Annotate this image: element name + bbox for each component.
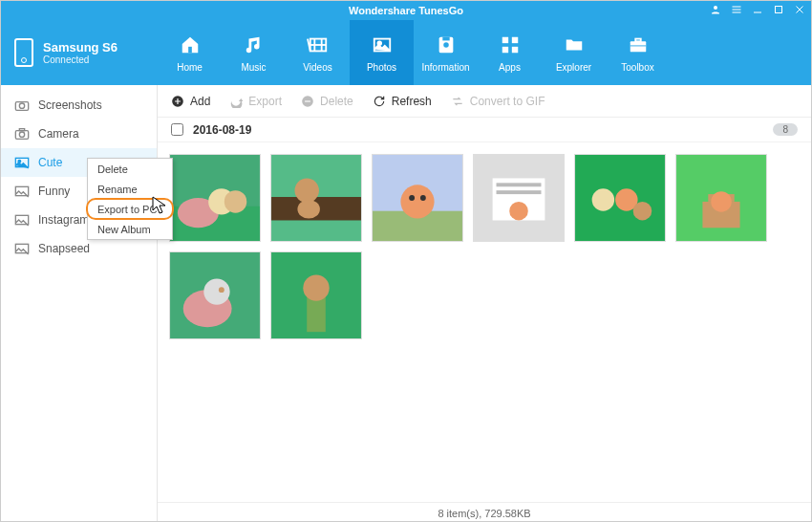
explorer-icon <box>562 33 587 56</box>
svg-rect-55 <box>497 183 542 186</box>
ctx-label: Delete <box>97 163 128 175</box>
svg-rect-56 <box>497 190 542 194</box>
select-all-checkbox[interactable] <box>171 123 183 136</box>
plus-icon <box>171 95 184 108</box>
header: Samsung S6 Connected Home Music Videos P… <box>1 20 811 85</box>
videos-icon <box>306 33 331 56</box>
device-name: Samsung S6 <box>43 40 118 54</box>
statusbar: 8 item(s), 729.58KB <box>158 502 811 522</box>
ctx-label: Export to PC <box>97 204 157 215</box>
toolbar-label: Refresh <box>392 95 432 108</box>
image-icon <box>14 156 30 169</box>
svg-point-57 <box>509 202 528 221</box>
toolbar-label: Convert to GIF <box>470 95 545 108</box>
tab-toolbox[interactable]: Toolbox <box>606 20 670 85</box>
sidebar-item-label: Funny <box>38 185 70 198</box>
svg-point-29 <box>19 132 24 137</box>
svg-rect-4 <box>754 11 761 12</box>
tab-explorer[interactable]: Explorer <box>542 20 606 85</box>
tab-label: Photos <box>367 62 396 73</box>
svg-point-73 <box>303 274 329 300</box>
phone-icon <box>14 38 33 67</box>
tab-information[interactable]: Information <box>414 20 478 85</box>
delete-icon <box>301 95 314 108</box>
photo-thumb[interactable] <box>675 154 767 242</box>
apps-icon <box>498 33 523 56</box>
body: Screenshots Camera Cute Funny Instagram … <box>1 85 811 522</box>
tab-apps[interactable]: Apps <box>478 20 542 85</box>
svg-point-0 <box>714 6 717 10</box>
svg-rect-1 <box>733 6 741 7</box>
device-text: Samsung S6 Connected <box>43 40 118 65</box>
photo-thumb[interactable] <box>270 251 362 339</box>
group-header: 2016-08-19 8 <box>158 118 811 142</box>
sidebar-item-label: Snapseed <box>38 242 90 255</box>
tab-label: Toolbox <box>621 62 653 73</box>
ctx-delete[interactable]: Delete <box>88 159 172 179</box>
user-icon[interactable] <box>710 4 721 18</box>
toolbox-icon <box>626 33 651 56</box>
svg-point-52 <box>420 195 426 201</box>
close-button[interactable] <box>794 4 805 18</box>
device-panel[interactable]: Samsung S6 Connected <box>1 20 158 85</box>
photo-thumb[interactable] <box>270 154 362 242</box>
export-button[interactable]: Export <box>229 95 282 108</box>
refresh-icon <box>373 95 386 108</box>
device-status: Connected <box>43 54 118 65</box>
refresh-button[interactable]: Refresh <box>373 95 432 108</box>
image-icon <box>14 242 30 255</box>
camera-icon <box>14 98 30 112</box>
add-button[interactable]: Add <box>171 95 210 108</box>
photo-thumb[interactable] <box>169 154 261 242</box>
svg-rect-38 <box>305 100 310 101</box>
svg-point-18 <box>443 42 449 48</box>
svg-point-61 <box>633 202 652 221</box>
svg-rect-23 <box>630 41 646 52</box>
tab-music[interactable]: Music <box>222 20 286 85</box>
photo-thumb[interactable] <box>372 154 463 242</box>
window-controls <box>710 1 805 20</box>
sidebar-item-label: Cute <box>38 156 62 169</box>
photo-thumb[interactable] <box>473 154 565 242</box>
svg-rect-5 <box>776 6 782 12</box>
tab-videos[interactable]: Videos <box>286 20 350 85</box>
sidebar-item-screenshots[interactable]: Screenshots <box>1 91 157 120</box>
svg-point-66 <box>711 191 732 212</box>
toolbar-label: Export <box>248 95 282 108</box>
group-title: 2016-08-19 <box>193 123 251 137</box>
sidebar-item-label: Screenshots <box>38 98 102 112</box>
convert-button[interactable]: Convert to GIF <box>451 95 545 108</box>
svg-rect-3 <box>733 11 741 12</box>
svg-point-50 <box>400 185 434 218</box>
sidebar-item-camera[interactable]: Camera <box>1 120 157 148</box>
photo-thumb[interactable] <box>169 251 261 339</box>
toolbar: Add Export Delete Refresh Convert to GIF <box>158 85 811 118</box>
camera-icon <box>14 127 30 141</box>
music-icon <box>242 33 267 56</box>
svg-rect-2 <box>733 9 741 10</box>
sidebar-item-label: Camera <box>38 127 79 141</box>
image-icon <box>14 185 30 198</box>
cursor-icon <box>152 196 167 219</box>
status-text: 8 item(s), 729.58KB <box>438 508 530 519</box>
tab-home[interactable]: Home <box>158 20 222 85</box>
photos-icon <box>370 33 395 56</box>
maximize-button[interactable] <box>773 4 784 18</box>
toolbar-label: Delete <box>320 95 353 108</box>
svg-point-47 <box>297 200 319 219</box>
group-count: 8 <box>773 123 798 136</box>
svg-rect-22 <box>511 46 517 52</box>
ctx-new-album[interactable]: New Album <box>88 219 172 239</box>
svg-point-69 <box>203 278 229 304</box>
minimize-button[interactable] <box>752 4 763 18</box>
photo-thumb[interactable] <box>574 154 666 242</box>
tab-photos[interactable]: Photos <box>350 20 414 85</box>
svg-rect-8 <box>188 46 192 52</box>
app-title: Wondershare TunesGo <box>349 5 463 16</box>
svg-point-46 <box>295 178 319 202</box>
svg-rect-30 <box>19 129 24 131</box>
delete-button[interactable]: Delete <box>301 95 353 108</box>
menu-icon[interactable] <box>731 4 742 18</box>
main-tabs: Home Music Videos Photos Information App… <box>158 20 811 85</box>
toolbar-label: Add <box>190 95 210 108</box>
